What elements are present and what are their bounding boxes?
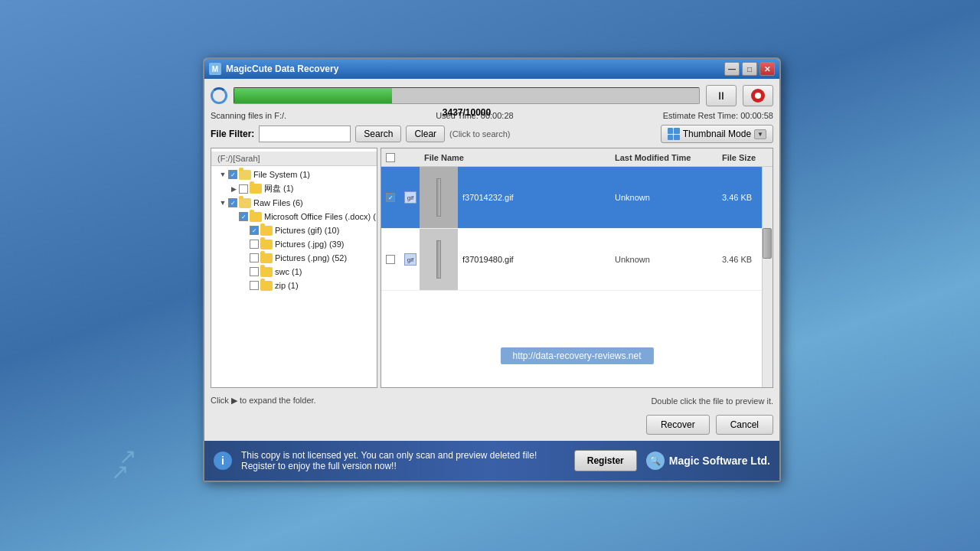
file-panel: File Name Last Modified Time File Size ✓… [381, 148, 773, 388]
folder-wangpan-icon [250, 184, 262, 194]
checkbox-swc[interactable] [250, 267, 259, 276]
file-check-1[interactable]: ✓ [381, 193, 401, 202]
thumbnail-area-1 [420, 167, 458, 228]
label-filesystem: File System (1) [253, 170, 310, 179]
checkbox-jpg[interactable] [250, 240, 259, 249]
thumb-cell-3 [668, 135, 674, 141]
expand-filesystem-icon[interactable]: ▼ [217, 169, 228, 180]
cancel-button[interactable]: Cancel [716, 415, 773, 435]
header-checkbox[interactable] [386, 153, 395, 162]
tree-item-rawfiles[interactable]: ▼ ✓ Raw Files (6) [211, 196, 377, 210]
expand-wangpan-icon[interactable]: ▶ [228, 184, 239, 194]
file-checkbox-2[interactable] [386, 255, 395, 264]
thumb-bar-2 [436, 240, 441, 279]
file-check-2[interactable] [381, 255, 401, 264]
expand-rawfiles-icon[interactable]: ▼ [217, 197, 228, 208]
file-name-2: f37019480.gif [458, 255, 612, 264]
folder-office-icon [250, 212, 262, 222]
col-header-size: File Size [719, 153, 773, 162]
progress-bar-fill [234, 88, 392, 103]
table-row[interactable]: ✓ gif f37014232.gif Unknown 3.46 KB [381, 167, 773, 229]
spinner-icon [211, 87, 227, 104]
tree-item-swc[interactable]: swc (1) [211, 265, 377, 279]
search-hint: (Click to search) [449, 129, 510, 139]
brand-name: Magic Software Ltd. [669, 455, 770, 467]
expand-swc-icon [239, 266, 250, 277]
label-zip: zip (1) [275, 281, 299, 290]
file-list-header: File Name Last Modified Time File Size [381, 148, 773, 167]
tip-right: Double click the file to preview it. [651, 396, 773, 406]
thumbnail-mode-label: Thumbnail Mode [683, 129, 751, 139]
tree-item-jpg[interactable]: Pictures (.jpg) (39) [211, 237, 377, 251]
search-button[interactable]: Search [355, 126, 401, 142]
label-rawfiles: Raw Files (6) [253, 198, 303, 207]
col-header-name: File Name [420, 153, 612, 162]
thumbnail-area-2 [420, 229, 458, 290]
tree-item-png[interactable]: Pictures (.png) (52) [211, 251, 377, 265]
filter-label: File Filter: [211, 129, 254, 139]
filter-input[interactable] [259, 126, 351, 142]
tree-item-zip[interactable]: zip (1) [211, 279, 377, 292]
checkbox-zip[interactable] [250, 281, 259, 290]
recover-button[interactable]: Recover [646, 415, 710, 435]
folder-filesystem-icon [239, 170, 251, 180]
brand-icon: 🔍 [646, 452, 665, 470]
thumbnail-icon [668, 128, 680, 140]
col-header-check [381, 153, 401, 162]
checkbox-wangpan[interactable] [239, 184, 248, 194]
folder-png-icon [260, 253, 273, 263]
license-bar: i This copy is not licensed yet. You can… [204, 441, 779, 481]
main-window: M MagicCute Data Recovery — □ ✕ 3437/100… [203, 57, 781, 482]
thumbnail-mode-button[interactable]: Thumbnail Mode ▼ [661, 125, 773, 143]
progress-text: 3437/10000 [234, 104, 700, 121]
checkbox-filesystem[interactable]: ✓ [228, 170, 237, 179]
file-icon-col-2: gif [401, 253, 420, 266]
checkbox-office[interactable]: ✓ [239, 212, 248, 221]
scrollbar-track[interactable] [762, 167, 773, 387]
close-button[interactable]: ✕ [760, 62, 775, 76]
license-text: This copy is not licensed yet. You can o… [241, 450, 565, 471]
file-type-icon-1: gif [404, 191, 416, 204]
register-button[interactable]: Register [574, 450, 637, 471]
label-wangpan: 网盘 (1) [264, 183, 294, 194]
table-row[interactable]: gif f37019480.gif Unknown 3.46 KB [381, 229, 773, 291]
file-type-icon-2: gif [404, 253, 416, 266]
label-office: Microsoft Office Files (.docx) (1 [264, 212, 377, 221]
scrollbar-thumb[interactable] [763, 228, 772, 259]
label-png: Pictures (.png) (52) [275, 253, 347, 262]
minimize-button[interactable]: — [724, 62, 740, 76]
thumb-bar-1 [436, 178, 441, 217]
checkbox-png[interactable] [250, 253, 259, 262]
file-name-1: f37014232.gif [458, 193, 612, 202]
tree-item-filesystem[interactable]: ▼ ✓ File System (1) [211, 168, 377, 181]
tip-left: Click ▶ to expand the folder. [211, 396, 316, 406]
main-content: 3437/10000 ⏸ Scanning files in F:/. Used… [204, 79, 779, 441]
license-info-icon: i [214, 452, 232, 470]
tree-item-gif[interactable]: ✓ Pictures (gif) (10) [211, 223, 377, 237]
file-modified-2: Unknown [612, 255, 719, 264]
checkbox-rawfiles[interactable]: ✓ [228, 198, 237, 207]
tree-panel: (F:/)[Sarah] ▼ ✓ File System (1) ▶ 网盘 (1… [211, 148, 377, 388]
tree-item-wangpan[interactable]: ▶ 网盘 (1) [211, 181, 377, 196]
clear-button[interactable]: Clear [406, 126, 445, 142]
expand-zip-icon [239, 280, 250, 291]
progress-section: 3437/10000 ⏸ [211, 85, 773, 106]
pause-button[interactable]: ⏸ [706, 85, 737, 106]
checkbox-gif[interactable]: ✓ [250, 226, 259, 235]
stop-button[interactable] [743, 85, 773, 106]
progress-bar-wrapper: 3437/10000 [234, 87, 700, 104]
thumb-cell-4 [674, 135, 680, 141]
folder-gif-icon [260, 226, 273, 236]
folder-zip-icon [260, 281, 273, 291]
expand-png-icon [239, 253, 250, 263]
tree-item-office[interactable]: ✓ Microsoft Office Files (.docx) (1 [211, 210, 377, 223]
expand-jpg-icon [239, 239, 250, 249]
label-swc: swc (1) [275, 267, 302, 276]
button-row: Recover Cancel [211, 410, 773, 435]
label-jpg: Pictures (.jpg) (39) [275, 240, 344, 249]
dropdown-arrow-icon[interactable]: ▼ [754, 129, 766, 139]
folder-swc-icon [260, 267, 273, 277]
tree-header: (F:/)[Sarah] [211, 152, 377, 166]
maximize-button[interactable]: □ [742, 62, 757, 76]
file-checkbox-1[interactable]: ✓ [386, 193, 395, 202]
